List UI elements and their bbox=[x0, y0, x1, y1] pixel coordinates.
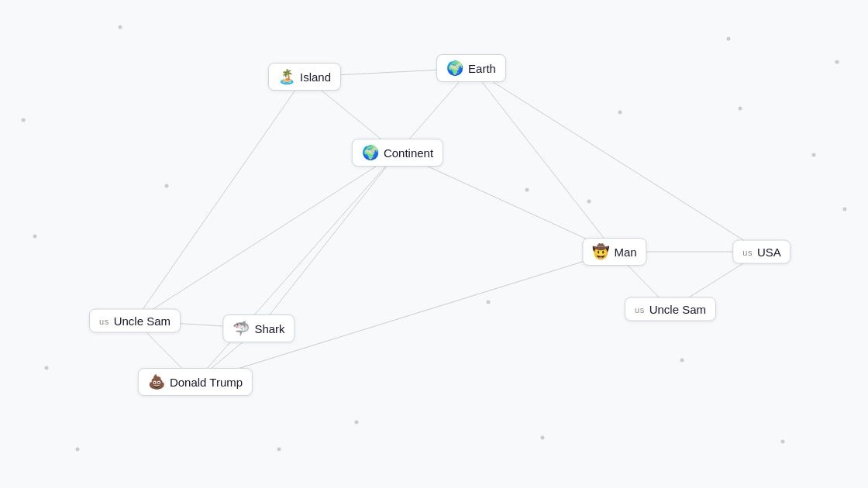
svg-line-12 bbox=[471, 68, 615, 252]
svg-point-17 bbox=[22, 119, 26, 122]
node-man[interactable]: 🤠Man bbox=[582, 238, 646, 266]
node-usa[interactable]: usUSA bbox=[732, 240, 790, 264]
svg-line-4 bbox=[135, 153, 398, 321]
svg-point-30 bbox=[277, 448, 281, 452]
svg-point-18 bbox=[119, 26, 122, 29]
node-label-man: Man bbox=[614, 246, 636, 259]
svg-point-32 bbox=[781, 440, 785, 444]
node-label-earth: Earth bbox=[468, 62, 496, 75]
emoji-shark: 🦈 bbox=[232, 320, 250, 337]
svg-line-3 bbox=[398, 153, 615, 252]
svg-point-23 bbox=[525, 188, 529, 192]
svg-point-34 bbox=[541, 436, 545, 440]
node-uncle-sam-r[interactable]: usUncle Sam bbox=[625, 297, 716, 321]
svg-point-35 bbox=[739, 107, 742, 111]
svg-point-24 bbox=[33, 235, 37, 239]
svg-point-28 bbox=[355, 421, 359, 424]
emoji-continent: 🌍 bbox=[362, 144, 379, 161]
emoji-trump: 💩 bbox=[148, 373, 165, 390]
node-label-island: Island bbox=[300, 70, 331, 84]
svg-point-29 bbox=[680, 359, 684, 363]
svg-point-21 bbox=[618, 111, 622, 115]
flag-uncle-sam-l: us bbox=[99, 316, 109, 325]
node-label-uncle-sam-r: Uncle Sam bbox=[649, 303, 706, 316]
node-earth[interactable]: 🌍Earth bbox=[436, 54, 506, 82]
svg-point-27 bbox=[487, 301, 491, 304]
svg-point-20 bbox=[835, 60, 839, 64]
node-label-uncle-sam-l: Uncle Sam bbox=[114, 314, 170, 328]
svg-point-36 bbox=[165, 184, 169, 188]
node-trump[interactable]: 💩Donald Trump bbox=[138, 368, 253, 396]
svg-point-33 bbox=[45, 366, 49, 370]
svg-line-14 bbox=[195, 153, 398, 382]
graph-canvas: 🌍Earth🏝️Island🌍Continent🤠ManusUSAusUncle… bbox=[0, 0, 868, 488]
svg-line-13 bbox=[135, 77, 305, 321]
flag-uncle-sam-r: us bbox=[635, 304, 645, 314]
flag-usa: us bbox=[742, 247, 753, 256]
node-label-trump: Donald Trump bbox=[170, 376, 243, 389]
svg-point-31 bbox=[76, 448, 80, 452]
emoji-man: 🤠 bbox=[592, 243, 609, 260]
svg-line-16 bbox=[471, 68, 762, 252]
node-label-usa: USA bbox=[757, 246, 781, 259]
svg-point-25 bbox=[587, 200, 591, 204]
node-uncle-sam-l[interactable]: usUncle Sam bbox=[89, 309, 181, 333]
node-shark[interactable]: 🦈Shark bbox=[222, 314, 294, 342]
svg-point-26 bbox=[843, 208, 847, 211]
svg-line-5 bbox=[259, 153, 398, 328]
svg-point-22 bbox=[812, 153, 816, 157]
emoji-earth: 🌍 bbox=[446, 60, 463, 77]
node-label-continent: Continent bbox=[384, 146, 433, 160]
node-continent[interactable]: 🌍Continent bbox=[352, 139, 443, 167]
node-island[interactable]: 🏝️Island bbox=[268, 63, 341, 91]
emoji-island: 🏝️ bbox=[278, 68, 295, 85]
node-label-shark: Shark bbox=[254, 322, 284, 335]
svg-point-19 bbox=[727, 37, 731, 41]
